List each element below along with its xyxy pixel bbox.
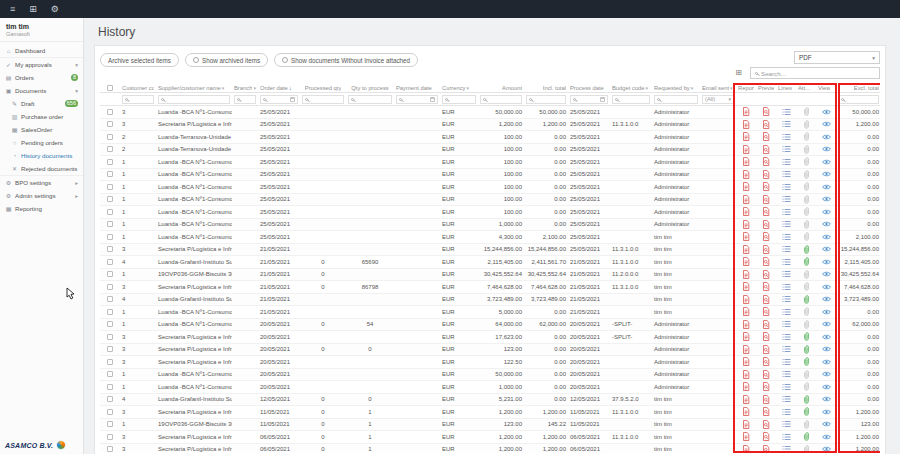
col-header-process_date[interactable]: Process date — [568, 83, 610, 92]
col-header-lines[interactable]: Lines — [776, 83, 796, 92]
row-checkbox[interactable] — [107, 334, 113, 340]
report-icon[interactable] — [742, 245, 750, 254]
report-icon[interactable] — [742, 407, 750, 416]
att-icon[interactable] — [803, 245, 810, 254]
report-icon[interactable] — [742, 345, 750, 354]
report-icon[interactable] — [742, 320, 750, 329]
att-icon[interactable] — [803, 345, 810, 354]
att-icon[interactable] — [803, 320, 810, 329]
report-icon[interactable] — [742, 107, 750, 116]
preview-icon[interactable] — [762, 145, 770, 154]
report-icon[interactable] — [742, 445, 750, 453]
row-checkbox[interactable] — [107, 246, 113, 252]
show-archived-radio[interactable]: Show archived items — [185, 53, 268, 67]
filter-input-code[interactable] — [122, 95, 154, 104]
preview-icon[interactable] — [762, 370, 770, 379]
lines-icon[interactable] — [782, 295, 791, 303]
show-without-invoice-radio[interactable]: Show documents Without Invoice attached — [274, 53, 418, 67]
lines-icon[interactable] — [782, 408, 791, 416]
row-checkbox[interactable] — [107, 359, 113, 365]
row-checkbox[interactable] — [107, 396, 113, 402]
view-icon[interactable] — [822, 309, 831, 315]
preview-icon[interactable] — [762, 232, 770, 241]
row-checkbox[interactable] — [107, 434, 113, 440]
report-icon[interactable] — [742, 432, 750, 441]
view-icon[interactable] — [822, 446, 831, 452]
att-icon[interactable] — [803, 370, 810, 379]
preview-icon[interactable] — [762, 320, 770, 329]
row-checkbox[interactable] — [107, 259, 113, 265]
lines-icon[interactable] — [782, 120, 791, 128]
lines-icon[interactable] — [782, 333, 791, 341]
row-checkbox[interactable] — [107, 271, 113, 277]
row-checkbox[interactable] — [107, 346, 113, 352]
view-icon[interactable] — [822, 409, 831, 415]
sidebar-item-orders[interactable]: ▤Orders8 — [0, 71, 83, 84]
report-icon[interactable] — [742, 120, 750, 129]
view-icon[interactable] — [822, 271, 831, 277]
row-checkbox[interactable] — [107, 121, 113, 127]
view-icon[interactable] — [822, 196, 831, 202]
report-icon[interactable] — [742, 370, 750, 379]
view-icon[interactable] — [822, 184, 831, 190]
col-header-preview[interactable]: Preview — [756, 83, 776, 92]
report-icon[interactable] — [742, 132, 750, 141]
row-checkbox[interactable] — [107, 284, 113, 290]
view-icon[interactable] — [822, 221, 831, 227]
preview-icon[interactable] — [762, 382, 770, 391]
lines-icon[interactable] — [782, 195, 791, 203]
preview-icon[interactable] — [762, 445, 770, 453]
report-icon[interactable] — [742, 170, 750, 179]
sidebar-item-admin-settings[interactable]: ⚙Admin settings▸ — [0, 189, 83, 202]
col-header-sel[interactable] — [100, 83, 120, 92]
view-icon[interactable] — [822, 146, 831, 152]
report-icon[interactable] — [742, 420, 750, 429]
lines-icon[interactable] — [782, 370, 791, 378]
filter-input-amount[interactable] — [480, 95, 522, 104]
view-icon[interactable] — [822, 234, 831, 240]
sidebar-item-pending-orders[interactable]: ○Pending orders — [0, 136, 83, 149]
preview-icon[interactable] — [762, 395, 770, 404]
sidebar-item-dashboard[interactable]: ⌂Dashboard — [0, 44, 83, 58]
att-icon[interactable] — [803, 257, 810, 266]
att-icon[interactable] — [803, 157, 810, 166]
report-icon[interactable] — [742, 282, 750, 291]
filter-input-processed_qty[interactable] — [302, 95, 344, 104]
preview-icon[interactable] — [762, 107, 770, 116]
lines-icon[interactable] — [782, 345, 791, 353]
report-icon[interactable] — [742, 207, 750, 216]
row-checkbox[interactable] — [107, 371, 113, 377]
preview-icon[interactable] — [762, 195, 770, 204]
col-header-excl_total[interactable]: Excl. total — [836, 83, 880, 92]
export-format-select[interactable]: PDF ▾ — [794, 51, 880, 64]
sidebar-item-salesorder[interactable]: ▦SalesOrder — [0, 123, 83, 136]
row-checkbox[interactable] — [107, 321, 113, 327]
report-icon[interactable] — [742, 182, 750, 191]
calendar-icon[interactable] — [600, 97, 605, 102]
lines-icon[interactable] — [782, 270, 791, 278]
col-header-code[interactable]: Customer code — [120, 83, 156, 92]
view-icon[interactable] — [822, 134, 831, 140]
filter-input-incl_total[interactable] — [526, 95, 566, 104]
sidebar-item-reporting[interactable]: ▦Reporting — [0, 202, 83, 215]
att-icon[interactable] — [803, 295, 810, 304]
view-icon[interactable] — [822, 421, 831, 427]
view-icon[interactable] — [822, 396, 831, 402]
column-chooser-icon[interactable]: ⊞ — [735, 69, 742, 77]
row-checkbox[interactable] — [107, 196, 113, 202]
att-icon[interactable] — [803, 445, 810, 453]
preview-icon[interactable] — [762, 282, 770, 291]
lines-icon[interactable] — [782, 395, 791, 403]
archive-selected-button[interactable]: Archive selected items — [100, 53, 179, 67]
row-checkbox[interactable] — [107, 296, 113, 302]
view-icon[interactable] — [822, 246, 831, 252]
col-header-email_sent[interactable]: Email sent▾ — [700, 83, 736, 92]
report-icon[interactable] — [742, 232, 750, 241]
col-header-name[interactable]: Supplier/customer name▾ — [156, 83, 232, 92]
att-icon[interactable] — [803, 270, 810, 279]
report-icon[interactable] — [742, 257, 750, 266]
report-icon[interactable] — [742, 332, 750, 341]
col-header-currency[interactable]: Currency▾ — [440, 83, 478, 92]
att-icon[interactable] — [803, 132, 810, 141]
view-icon[interactable] — [822, 334, 831, 340]
